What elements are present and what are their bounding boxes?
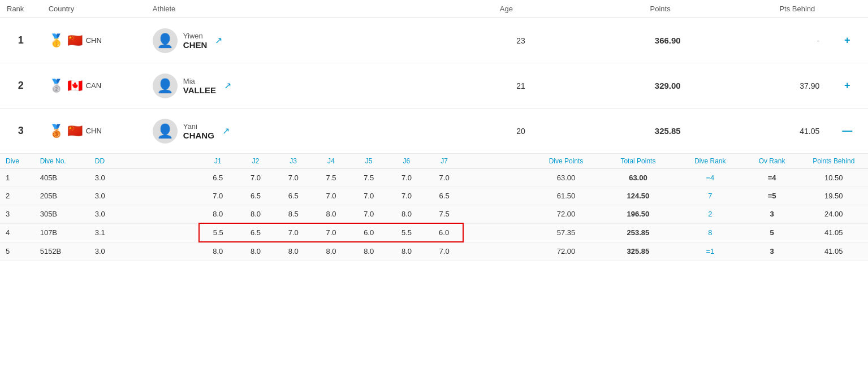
col-pts-behind: Pts Behind (688, 0, 827, 18)
th-dive-points: Dive Points (532, 154, 600, 169)
th-pts-behind: Points Behind (800, 154, 868, 169)
athlete-last-3: CHANG (183, 131, 214, 140)
dive-rank-3: 2 (676, 205, 744, 224)
col-country: Country (42, 0, 146, 18)
dive-rank-5: =1 (676, 242, 744, 261)
th-dive-no: Dive No. (34, 154, 89, 169)
age-1: 23 (493, 18, 549, 63)
dive-no-4: 107B (34, 223, 89, 242)
j5-5: 8.0 (350, 242, 388, 261)
j1-2: 7.0 (199, 187, 237, 205)
th-j1: J1 (199, 154, 237, 169)
athlete-row-3: 3 🥉 🇨🇳 CHN 👤 Yani CHANG ↗ 20 32 (0, 109, 868, 154)
j7-3: 7.5 (425, 205, 463, 224)
athlete-name-1: Yiwen CHEN (183, 32, 208, 50)
j5-4: 6.0 (350, 223, 388, 242)
ov-rank-5: 3 (745, 242, 800, 261)
athlete-avatar-2: 👤 (153, 73, 178, 98)
athlete-name-3: Yani CHANG (183, 122, 214, 140)
dd-1: 3.0 (89, 169, 131, 187)
athlete-last-2: VALLEE (183, 85, 216, 95)
flag-2: 🇨🇦 (67, 79, 83, 93)
dive-num-1: 1 (0, 169, 34, 187)
link-icon-1[interactable]: ↗ (215, 35, 222, 46)
j4-1: 7.5 (312, 169, 350, 187)
athlete-cell-1: 👤 Yiwen CHEN ↗ (146, 18, 493, 63)
flag-3: 🇨🇳 (67, 124, 83, 138)
col-points: Points (549, 0, 688, 18)
j1-1: 6.5 (199, 169, 237, 187)
link-icon-2[interactable]: ↗ (224, 80, 231, 91)
j7-5: 7.0 (425, 242, 463, 261)
th-j3: J3 (274, 154, 312, 169)
dive-points-5: 72.00 (532, 242, 600, 261)
dd-2: 3.0 (89, 187, 131, 205)
spacer1-3 (131, 205, 199, 224)
th-j7: J7 (425, 154, 463, 169)
col-rank: Rank (0, 0, 42, 18)
dive-rank-4: 8 (676, 223, 744, 242)
athlete-row-1: 1 🥇 🇨🇳 CHN 👤 Yiwen CHEN ↗ 23 36 (0, 18, 868, 63)
spacer1-1 (131, 169, 199, 187)
pts-behind-1: 10.50 (800, 169, 868, 187)
rank-1: 1 (0, 18, 42, 63)
j3-1: 7.0 (274, 169, 312, 187)
athlete-first-3: Yani (183, 122, 214, 131)
pts-behind-4: 41.05 (800, 223, 868, 242)
pts-behind-2: 19.50 (800, 187, 868, 205)
dive-points-1: 63.00 (532, 169, 600, 187)
dive-row-2: 2 205B 3.0 7.06.56.57.07.07.06.5 61.50 1… (0, 187, 868, 205)
spacer2-1 (463, 169, 532, 187)
j7-1: 7.0 (425, 169, 463, 187)
pts-behind-2: 37.90 (688, 63, 827, 109)
medal-country-2: 🥈 🇨🇦 CAN (42, 63, 146, 109)
expand-btn-2[interactable]: + (826, 63, 868, 109)
dive-row-3: 3 305B 3.0 8.08.08.58.07.08.07.5 72.00 1… (0, 205, 868, 224)
medal-icon-3: 🥉 (49, 124, 64, 138)
athlete-cell-3: 👤 Yani CHANG ↗ (146, 109, 493, 154)
country-code-2: CAN (86, 81, 101, 90)
athlete-avatar-1: 👤 (153, 28, 178, 53)
total-points-5: 325.85 (601, 242, 676, 261)
th-j2: J2 (237, 154, 275, 169)
medal-country-3: 🥉 🇨🇳 CHN (42, 109, 146, 154)
expand-btn-3[interactable]: — (826, 109, 868, 154)
th-j6: J6 (388, 154, 426, 169)
expand-icon-2[interactable]: + (840, 79, 855, 92)
link-icon-3[interactable]: ↗ (222, 125, 230, 136)
j1-5: 8.0 (199, 242, 237, 261)
expand-icon-3[interactable]: — (837, 124, 857, 137)
spacer1-4 (131, 223, 199, 242)
medal-country-1: 🥇 🇨🇳 CHN (42, 18, 146, 63)
dive-num-4: 4 (0, 223, 34, 242)
expand-icon-1[interactable]: + (840, 33, 855, 47)
expand-btn-1[interactable]: + (826, 18, 868, 63)
dd-4: 3.1 (89, 223, 131, 242)
j2-1: 7.0 (237, 169, 275, 187)
athlete-row-2: 2 🥈 🇨🇦 CAN 👤 Mia VALLEE ↗ 21 32 (0, 63, 868, 109)
th-ov-rank: Ov Rank (745, 154, 800, 169)
j2-4: 6.5 (237, 223, 275, 242)
pts-behind-3: 24.00 (800, 205, 868, 224)
athlete-last-1: CHEN (183, 40, 208, 50)
j2-5: 8.0 (237, 242, 275, 261)
j1-4: 5.5 (199, 223, 237, 242)
medal-icon-2: 🥈 (49, 79, 64, 93)
j6-5: 8.0 (388, 242, 426, 261)
dive-row-4: 4 107B 3.1 5.56.57.07.06.05.56.0 57.35 2… (0, 223, 868, 242)
j6-1: 7.0 (388, 169, 426, 187)
dive-row-5: 5 5152B 3.0 8.08.08.08.08.08.07.0 72.00 … (0, 242, 868, 261)
ov-rank-3: 3 (745, 205, 800, 224)
j4-2: 7.0 (312, 187, 350, 205)
points-1: 366.90 (549, 18, 688, 63)
j1-3: 8.0 (199, 205, 237, 224)
col-age: Age (493, 0, 549, 18)
j6-3: 8.0 (388, 205, 426, 224)
athlete-first-2: Mia (183, 77, 216, 85)
dd-3: 3.0 (89, 205, 131, 224)
total-points-3: 196.50 (601, 205, 676, 224)
total-points-1: 63.00 (601, 169, 676, 187)
j2-3: 8.0 (237, 205, 275, 224)
athlete-first-1: Yiwen (183, 32, 208, 40)
j3-2: 6.5 (274, 187, 312, 205)
